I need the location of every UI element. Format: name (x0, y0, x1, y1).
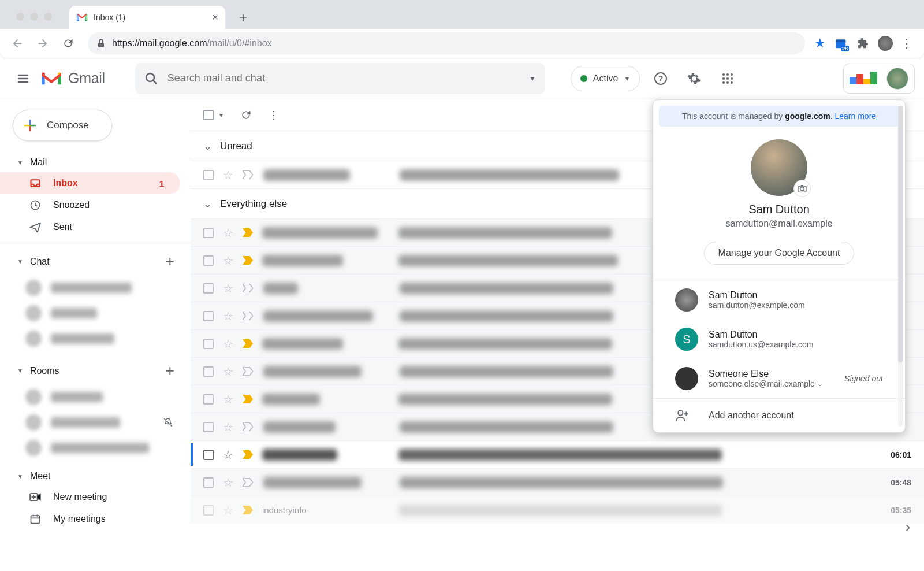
room-item[interactable] (0, 384, 191, 410)
add-room-icon[interactable]: + (166, 362, 174, 380)
popover-scrollbar[interactable] (898, 106, 903, 427)
status-active-dot (580, 75, 587, 82)
svg-point-3 (146, 73, 154, 81)
settings-gear-icon[interactable] (681, 66, 707, 91)
clock-icon (29, 199, 42, 211)
account-name: Sam Dutton (665, 203, 893, 216)
forward-button[interactable] (32, 33, 53, 54)
svg-rect-17 (863, 79, 870, 84)
org-logo-blocks (850, 72, 881, 86)
back-button[interactable] (7, 33, 28, 54)
maximize-window[interactable] (44, 13, 52, 21)
meet-section-heading[interactable]: ▼Meet (0, 466, 191, 486)
add-chat-icon[interactable]: + (166, 253, 174, 270)
nav-inbox[interactable]: Inbox 1 (0, 172, 180, 194)
close-window[interactable] (16, 13, 24, 21)
gmail-logo[interactable]: Gmail (39, 69, 105, 88)
chat-item[interactable] (0, 326, 191, 351)
mail-row[interactable]: ☆industryinfo05:35 (191, 496, 924, 524)
mail-section-heading[interactable]: ▼Mail (0, 153, 191, 172)
browser-chrome: Inbox (1) × + https://mail.google.com/ma… (0, 0, 924, 58)
browser-tab[interactable]: Inbox (1) × (69, 6, 225, 29)
svg-rect-15 (850, 77, 856, 84)
search-input[interactable] (167, 72, 520, 84)
room-item[interactable] (0, 435, 191, 461)
manage-account-button[interactable]: Manage your Google Account (704, 242, 855, 265)
nav-snoozed[interactable]: Snoozed (0, 194, 180, 216)
compose-button[interactable]: Compose (13, 110, 112, 141)
svg-point-14 (731, 81, 733, 84)
new-tab-button[interactable]: + (233, 8, 253, 28)
svg-point-8 (731, 73, 733, 76)
status-chip[interactable]: Active ▼ (571, 66, 640, 91)
gmail-header: Gmail ▼ Active ▼ ? (0, 58, 924, 99)
inbox-icon (29, 178, 42, 188)
extension-calendar-icon[interactable]: 28 (834, 36, 848, 50)
select-all-caret[interactable]: ▼ (218, 112, 224, 118)
switch-account-row[interactable]: Someone Elsesomeone.else@mail.example ⌄ … (653, 359, 905, 398)
status-text: Active (593, 73, 619, 84)
more-actions-icon[interactable]: ⋮ (268, 108, 280, 122)
sent-icon (29, 222, 42, 232)
mail-row[interactable]: ☆05:48 (191, 468, 924, 496)
add-account-button[interactable]: Add another account (653, 398, 905, 432)
tab-close-icon[interactable]: × (212, 12, 218, 24)
chat-item[interactable] (0, 275, 191, 301)
main-menu-button[interactable] (9, 65, 37, 92)
nav-my-meetings[interactable]: My meetings (0, 508, 180, 530)
svg-point-25 (678, 410, 683, 415)
mute-icon[interactable] (163, 417, 173, 428)
account-row-avatar (675, 288, 698, 312)
svg-point-11 (731, 77, 733, 80)
browser-menu-icon[interactable]: ⋮ (901, 36, 912, 50)
chat-section-heading[interactable]: ▼Chat+ (0, 248, 191, 275)
svg-rect-16 (856, 74, 863, 84)
side-panel-toggle[interactable]: › (896, 516, 919, 539)
account-avatar[interactable] (886, 68, 908, 90)
important-filled-icon (243, 339, 253, 348)
apps-grid-icon[interactable] (715, 66, 740, 91)
refresh-button[interactable] (240, 109, 252, 121)
select-all-checkbox[interactable] (203, 110, 214, 120)
account-popover: This account is managed by google.com. L… (653, 99, 906, 433)
important-icon (243, 170, 254, 180)
gmail-favicon (76, 13, 88, 22)
change-avatar-button[interactable] (793, 180, 811, 197)
svg-rect-22 (31, 516, 40, 523)
mail-list: ▼ ⋮ ⌄Unread ☆ ⌄Everything else ☆ ☆ ☆ ☆ ☆… (191, 99, 924, 571)
extensions-puzzle-icon[interactable] (856, 36, 870, 50)
search-options-icon[interactable]: ▼ (529, 75, 536, 83)
managed-account-banner: This account is managed by google.com. L… (659, 106, 899, 127)
profile-avatar[interactable] (878, 36, 893, 51)
tab-strip: Inbox (1) × + (0, 0, 924, 29)
browser-toolbar: https://mail.google.com/mail/u/0/#inbox … (0, 29, 924, 58)
room-item[interactable] (0, 410, 191, 435)
account-row-avatar: S (675, 328, 698, 351)
tab-title: Inbox (1) (94, 13, 125, 22)
learn-more-link[interactable]: Learn more (834, 112, 876, 121)
svg-point-9 (722, 77, 725, 80)
svg-point-12 (722, 81, 725, 84)
org-account-switcher[interactable] (843, 64, 915, 94)
compose-plus-icon (21, 117, 39, 134)
address-bar[interactable]: https://mail.google.com/mail/u/0/#inbox (88, 32, 805, 54)
window-controls[interactable] (9, 13, 52, 29)
important-filled-icon (243, 228, 253, 237)
account-row-avatar (675, 367, 698, 390)
svg-point-10 (726, 77, 729, 80)
rooms-section-heading[interactable]: ▼Rooms+ (0, 357, 191, 384)
chat-item[interactable] (0, 301, 191, 326)
nav-new-meeting[interactable]: New meeting (0, 486, 180, 508)
switch-account-row[interactable]: Sam Duttonsam.dutton@example.com (653, 280, 905, 320)
minimize-window[interactable] (30, 13, 38, 21)
support-icon[interactable]: ? (648, 66, 673, 91)
svg-point-6 (722, 73, 725, 76)
bookmark-star-icon[interactable]: ★ (814, 36, 826, 51)
search-box[interactable]: ▼ (135, 63, 545, 94)
nav-sent[interactable]: Sent (0, 216, 180, 238)
mail-row[interactable]: ☆06:01 (191, 440, 924, 468)
switch-account-row[interactable]: S Sam Duttonsamdutton.us@example.com (653, 320, 905, 359)
toolbar-actions: ★ 28 ⋮ (814, 36, 917, 51)
video-plus-icon (29, 492, 42, 502)
reload-button[interactable] (58, 33, 79, 54)
